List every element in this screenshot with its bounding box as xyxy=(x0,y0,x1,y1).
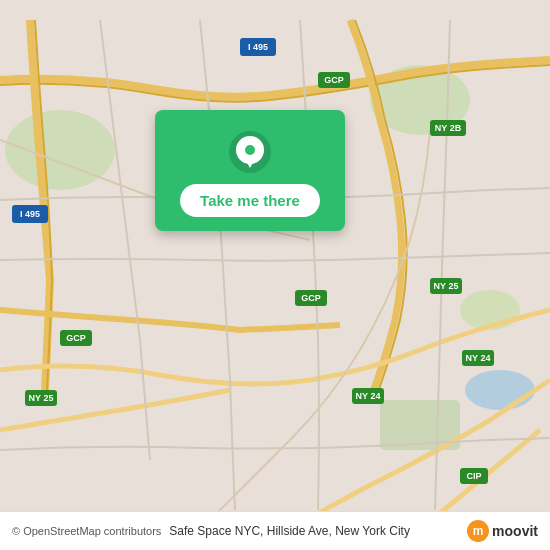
map-container: I 495 I 495 GCP GCP GCP NY 2B NY 25 NY 2… xyxy=(0,0,550,550)
map-attribution: © OpenStreetMap contributors xyxy=(12,525,161,537)
bottom-info-bar: © OpenStreetMap contributors Safe Space … xyxy=(0,511,550,550)
navigation-card: Take me there xyxy=(155,110,345,231)
svg-text:NY 25: NY 25 xyxy=(29,393,54,403)
svg-text:NY 24: NY 24 xyxy=(466,353,491,363)
location-pin-icon xyxy=(228,130,272,174)
svg-text:NY 25: NY 25 xyxy=(434,281,459,291)
svg-text:NY 2B: NY 2B xyxy=(435,123,462,133)
svg-point-31 xyxy=(245,145,255,155)
moovit-icon: m xyxy=(467,520,489,542)
svg-text:GCP: GCP xyxy=(301,293,321,303)
svg-text:GCP: GCP xyxy=(66,333,86,343)
take-me-there-button[interactable]: Take me there xyxy=(180,184,320,217)
svg-text:I 495: I 495 xyxy=(20,209,40,219)
map-background: I 495 I 495 GCP GCP GCP NY 2B NY 25 NY 2… xyxy=(0,0,550,550)
svg-text:I 495: I 495 xyxy=(248,42,268,52)
svg-text:NY 24: NY 24 xyxy=(356,391,381,401)
svg-text:CIP: CIP xyxy=(466,471,481,481)
svg-point-5 xyxy=(465,370,535,410)
location-label: Safe Space NYC, Hillside Ave, New York C… xyxy=(169,524,459,538)
svg-text:GCP: GCP xyxy=(324,75,344,85)
moovit-logo: m moovit xyxy=(467,520,538,542)
moovit-label: moovit xyxy=(492,523,538,539)
